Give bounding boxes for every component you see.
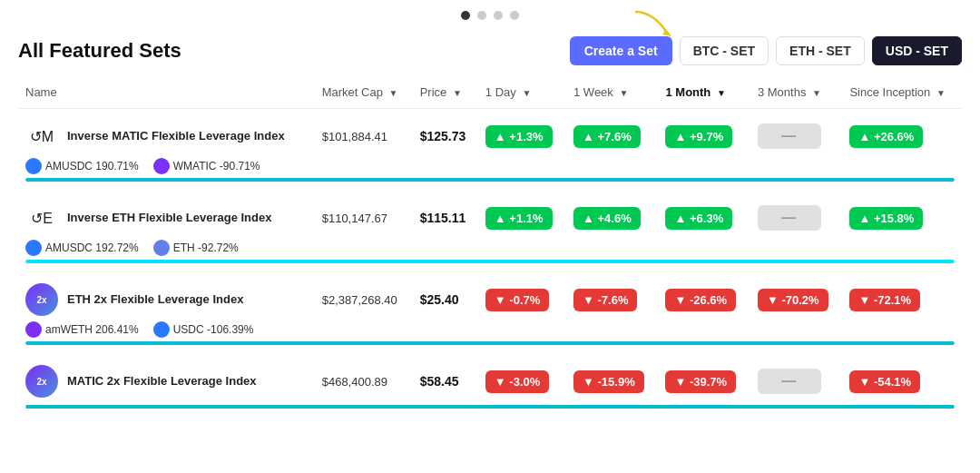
- progress-bar-container: [25, 260, 955, 263]
- asset-icon: ↺M: [25, 120, 58, 153]
- down-arrow-icon: ▼: [674, 293, 686, 307]
- dot-1[interactable]: [461, 11, 470, 20]
- asset-icon: 2x: [25, 365, 58, 398]
- change-badge: ▼ -70.2%: [758, 289, 828, 311]
- down-arrow-icon: ▼: [674, 375, 686, 389]
- token-entry: AMUSDC 192.72%: [25, 240, 139, 256]
- progress-bar-container: [25, 178, 955, 182]
- change-badge: ▼ -3.0%: [485, 370, 549, 393]
- dot-2[interactable]: [477, 11, 486, 20]
- bar-row: [18, 256, 962, 272]
- token-entry: WMATIC -90.71%: [153, 158, 260, 174]
- down-arrow-icon: ▼: [583, 293, 594, 307]
- asset-icon: ↺E: [25, 202, 58, 234]
- price-cell: $25.40: [413, 272, 478, 320]
- up-arrow-icon: ▲: [674, 130, 686, 143]
- col-3months[interactable]: 3 Months ▼: [750, 76, 842, 109]
- up-arrow-icon: ▲: [583, 212, 594, 225]
- sub-tokens-row: AMUSDC 190.71%WMATIC -90.71%: [18, 156, 962, 174]
- down-arrow-icon: ▼: [858, 293, 870, 307]
- change-badge: ▼ -7.6%: [573, 289, 637, 311]
- inception-cell: ▲ +26.6%: [842, 109, 962, 157]
- up-arrow-icon: ▲: [674, 212, 686, 225]
- eth-set-button[interactable]: ETH - SET: [776, 36, 865, 65]
- week1-cell: ▲ +4.6%: [566, 191, 658, 238]
- table-row[interactable]: 2xMATIC 2x Flexible Leverage Index$468,4…: [18, 354, 962, 401]
- asset-label: Inverse ETH Flexible Leverage Index: [67, 211, 271, 226]
- col-1month[interactable]: 1 Month ▼: [658, 76, 750, 109]
- progress-bar-container: [25, 341, 955, 345]
- week1-cell: ▼ -7.6%: [566, 272, 658, 320]
- sub-tokens-row: AMUSDC 192.72%ETH -92.72%: [18, 238, 962, 256]
- sort-arrow-1month: ▼: [717, 88, 726, 98]
- token-label: WMATIC -90.71%: [173, 160, 260, 172]
- token-entry: USDC -106.39%: [153, 321, 254, 338]
- up-arrow-icon: ▲: [583, 130, 594, 143]
- change-badge: ▲ +26.6%: [849, 125, 923, 148]
- col-name: Name: [18, 76, 315, 109]
- bar-row: [18, 174, 962, 191]
- table-row[interactable]: ↺EInverse ETH Flexible Leverage Index$11…: [18, 191, 962, 238]
- dot-3[interactable]: [494, 11, 503, 20]
- col-1day[interactable]: 1 Day ▼: [478, 76, 566, 109]
- change-badge: ▼ -72.1%: [849, 289, 920, 311]
- asset-label: MATIC 2x Flexible Leverage Index: [67, 374, 257, 389]
- asset-icon: 2x: [25, 283, 58, 316]
- sort-arrow-3months: ▼: [812, 88, 821, 98]
- col-1week[interactable]: 1 Week ▼: [566, 76, 658, 109]
- change-badge: —: [758, 369, 821, 394]
- down-arrow-icon: ▼: [495, 375, 506, 389]
- usd-set-button[interactable]: USD - SET: [872, 36, 962, 65]
- bar-cell: [18, 256, 962, 272]
- sort-arrow-price: ▼: [453, 88, 462, 98]
- token-label: ETH -92.72%: [173, 241, 239, 254]
- price-cell: $125.73: [413, 109, 478, 157]
- sub-tokens-cell: AMUSDC 190.71%WMATIC -90.71%: [18, 156, 962, 174]
- asset-name-cell: 2xMATIC 2x Flexible Leverage Index: [18, 354, 315, 401]
- svg-marker-0: [662, 29, 671, 36]
- change-badge: ▲ +15.8%: [849, 207, 923, 230]
- token-label: AMUSDC 192.72%: [45, 241, 139, 254]
- sort-arrow-market-cap: ▼: [389, 88, 398, 98]
- sort-arrow-inception: ▼: [936, 88, 946, 98]
- week1-cell: ▼ -15.9%: [566, 354, 658, 401]
- down-arrow-icon: ▼: [495, 293, 506, 307]
- inception-cell: ▼ -54.1%: [842, 354, 962, 401]
- table-container: Name Market Cap ▼ Price ▼ 1 Day ▼ 1 Week…: [0, 76, 980, 418]
- asset-name-cell: 2xETH 2x Flexible Leverage Index: [18, 272, 315, 320]
- token-icon: [25, 321, 42, 338]
- inception-cell: ▼ -72.1%: [842, 272, 962, 320]
- col-inception[interactable]: Since Inception ▼: [842, 76, 962, 109]
- btc-set-button[interactable]: BTC - SET: [680, 36, 769, 65]
- month1-cell: ▼ -26.6%: [658, 272, 750, 320]
- down-arrow-icon: ▼: [858, 375, 870, 389]
- months3-cell: —: [750, 109, 842, 157]
- col-price[interactable]: Price ▼: [413, 76, 478, 109]
- change-badge: ▲ +7.6%: [573, 125, 641, 148]
- table-header-row: Name Market Cap ▼ Price ▼ 1 Day ▼ 1 Week…: [18, 76, 962, 109]
- asset-label: ETH 2x Flexible Leverage Index: [67, 292, 243, 308]
- table-row[interactable]: 2xETH 2x Flexible Leverage Index$2,387,2…: [18, 272, 962, 320]
- day1-cell: ▼ -0.7%: [478, 272, 566, 320]
- down-arrow-icon: ▼: [583, 375, 594, 389]
- arrow-annotation: [626, 7, 681, 44]
- months3-cell: —: [750, 354, 842, 401]
- change-badge: ▼ -15.9%: [573, 370, 644, 393]
- token-entry: AMUSDC 190.71%: [25, 158, 139, 174]
- up-arrow-icon: ▲: [858, 212, 870, 225]
- change-badge: ▼ -39.7%: [665, 370, 736, 393]
- bar-row: [18, 401, 962, 418]
- change-badge: ▲ +4.6%: [573, 207, 641, 230]
- change-badge: —: [758, 123, 821, 149]
- dot-4[interactable]: [510, 11, 519, 20]
- pagination-dots: [0, 0, 980, 27]
- token-label: amWETH 206.41%: [45, 323, 139, 336]
- month1-cell: ▲ +9.7%: [658, 109, 750, 157]
- up-arrow-icon: ▲: [858, 130, 870, 143]
- col-market-cap[interactable]: Market Cap ▼: [315, 76, 413, 109]
- up-arrow-icon: ▲: [495, 212, 506, 225]
- table-row[interactable]: ↺MInverse MATIC Flexible Leverage Index$…: [18, 109, 962, 157]
- progress-bar-container: [25, 405, 955, 409]
- progress-bar: [25, 341, 955, 345]
- change-badge: ▼ -0.7%: [485, 289, 549, 311]
